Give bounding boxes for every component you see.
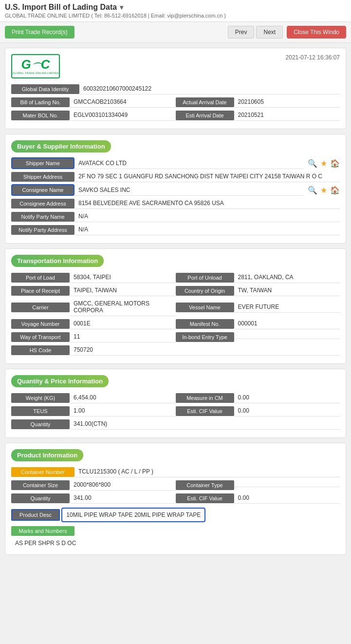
hscode-value: 750720	[70, 344, 340, 356]
shipper-address-value: 2F NO 79 SEC 1 GUANGFU RD SANCHONG DIST …	[74, 171, 340, 182]
notify-address-row: Notify Party Address N/A	[11, 224, 340, 235]
top-bar: U.S. Import Bill of Lading Data ▾ GLOBAL…	[0, 0, 351, 22]
consignee-address-value: 8154 BELVEDERE AVE SACRAMENTO CA 95826 U…	[74, 198, 340, 209]
print-button[interactable]: Print Trade Record(s)	[5, 26, 74, 38]
quantity-price-card: Quantity & Price Information Weight (KG)…	[5, 369, 346, 438]
weight-label: Weight (KG)	[11, 393, 70, 403]
container-number-label: Container Number	[11, 467, 74, 477]
product-qty-label: Quantity	[11, 493, 70, 503]
product-qty-cif-row: Quantity 341.00 Esti. CIF Value 0.00	[11, 492, 340, 504]
marks-numbers-section: Marks and Numbers AS PER SHPR S D OC	[11, 526, 340, 549]
measure-label: Measure in CM	[176, 393, 234, 403]
esti-value: 20210521	[234, 110, 340, 121]
quantity-price-title: Quantity & Price Information	[11, 375, 109, 387]
container-size-type-row: Container Size 2000*806*800 Container Ty…	[11, 479, 340, 491]
buyer-supplier-card: Buyer & Supplier Information Shipper Nam…	[5, 134, 346, 244]
teus-label: TEUS	[11, 406, 70, 416]
notify-name-row: Notify Party Name N/A	[11, 211, 340, 222]
voyage-label: Voyage Number	[11, 319, 70, 329]
inbond-value	[234, 335, 340, 339]
coo-label: Country of Origin	[176, 286, 234, 296]
teus-cif-row: TEUS 1.00 Esti. CIF Value 0.00	[11, 405, 340, 417]
notify-address-label: Notify Party Address	[11, 225, 74, 235]
datetime: 2021-07-12 16:36:07	[286, 54, 340, 61]
mbol-row: Mater BOL No. EGLV003101334049 Esti Arri…	[11, 110, 340, 121]
pou-label: Port of Unload	[176, 273, 234, 283]
por-value: TAIPEI, TAIWAN	[70, 285, 176, 296]
shipper-search-icon[interactable]: 🔍	[308, 159, 317, 168]
way-inbond-row: Way of Transport 11 In-bond Entry Type	[11, 331, 340, 342]
carrier-label: Carrier	[11, 303, 70, 312]
logo-text: G⌒C	[21, 58, 50, 71]
way-label: Way of Transport	[11, 332, 70, 342]
esti-cif-label: Esti. CIF Value	[176, 406, 234, 416]
product-desc-section: Product Desc 10MIL PIPE WRAP TAPE 20MIL …	[11, 506, 340, 524]
container-size-value: 2000*806*800	[70, 479, 176, 491]
identity-label: Global Data Identity	[11, 84, 79, 94]
arrival-label: Actual Arrival Date	[176, 97, 234, 107]
manifest-label: Manifest No.	[176, 319, 234, 329]
voyage-manifest-row: Voyage Number 0001E Manifest No. 000001	[11, 318, 340, 329]
container-type-value	[234, 483, 340, 487]
product-title: Product Information	[11, 449, 83, 461]
next-button[interactable]: Next	[256, 26, 283, 38]
shipper-star-icon[interactable]: ★	[320, 159, 327, 168]
esti-cif-value: 0.00	[234, 405, 340, 417]
product-desc-label: Product Desc	[11, 509, 60, 521]
carrier-value: GMCC, GENERAL MOTORS CORPORA	[70, 298, 176, 316]
consignee-home-icon[interactable]: 🏠	[330, 186, 340, 195]
quantity-row: Quantity 341.00(CTN)	[11, 418, 340, 430]
hscode-row: HS Code 750720	[11, 344, 340, 356]
shipper-name-value: AVATACK CO LTD	[74, 158, 304, 169]
way-value: 11	[70, 331, 176, 342]
vessel-label: Vessel Name	[176, 303, 234, 312]
pol-label: Port of Load	[11, 273, 70, 283]
prev-button[interactable]: Prev	[228, 26, 255, 38]
product-desc-value: 10MIL PIPE WRAP TAPE 20MIL PIPE WRAP TAP…	[61, 508, 205, 522]
shipper-name-row: Shipper Name AVATACK CO LTD 🔍 ★ 🏠	[11, 157, 340, 169]
teus-value: 1.00	[70, 405, 176, 417]
receipt-origin-row: Place of Receipt TAIPEI, TAIWAN Country …	[11, 285, 340, 296]
arrival-value: 20210605	[234, 96, 340, 108]
notify-name-label: Notify Party Name	[11, 212, 74, 222]
shipper-address-row: Shipper Address 2F NO 79 SEC 1 GUANGFU R…	[11, 171, 340, 182]
hscode-label: HS Code	[11, 345, 70, 355]
bol-row: Bill of Lading No. GMCCAOB2103664 Actual…	[11, 96, 340, 108]
close-button[interactable]: Close This Windo	[287, 26, 346, 38]
shipper-address-label: Shipper Address	[11, 172, 74, 182]
consignee-star-icon[interactable]: ★	[320, 186, 327, 195]
esti-label: Esti Arrival Date	[176, 111, 234, 120]
mbol-value: EGLV003101334049	[70, 110, 176, 121]
manifest-value: 000001	[234, 318, 340, 329]
shipper-home-icon[interactable]: 🏠	[330, 159, 340, 168]
transportation-card: Transportation Information Port of Load …	[5, 248, 346, 364]
container-number-value: TCLU1215300 ( AC / L / PP )	[74, 466, 340, 477]
product-cif-label: Esti. CIF Value	[176, 493, 234, 503]
bol-label: Bill of Lading No.	[11, 97, 70, 107]
page-title: U.S. Import Bill of Lading Data ▾	[5, 3, 346, 12]
container-type-label: Container Type	[176, 480, 234, 490]
company-info: GLOBAL TRADE ONLINE LIMITED ( Tel: 86-51…	[5, 13, 346, 19]
identity-row: Global Data Identity 6003202106070002451…	[11, 83, 340, 95]
bol-value: GMCCAOB2103664	[70, 96, 176, 108]
marks-numbers-label: Marks and Numbers	[11, 526, 74, 536]
product-cif-value: 0.00	[234, 492, 340, 504]
pol-value: 58304, TAIPEI	[70, 272, 176, 283]
consignee-search-icon[interactable]: 🔍	[308, 186, 317, 195]
logo-area: G⌒C GLOBAL TRADE ONLINE LIMITED	[11, 54, 60, 78]
notify-address-value: N/A	[74, 224, 340, 235]
coo-value: TW, TAIWAN	[234, 285, 340, 296]
title-arrow[interactable]: ▾	[120, 3, 123, 11]
quantity-value: 341.00(CTN)	[70, 418, 340, 430]
measure-value: 0.00	[234, 392, 340, 403]
quantity-label: Quantity	[11, 419, 70, 429]
shipper-name-label: Shipper Name	[11, 157, 74, 169]
pou-value: 2811, OAKLAND, CA	[234, 272, 340, 283]
consignee-name-row: Consignee Name SAVKO SALES INC 🔍 ★ 🏠	[11, 184, 340, 196]
consignee-name-label: Consignee Name	[11, 184, 74, 196]
header-card: G⌒C GLOBAL TRADE ONLINE LIMITED 2021-07-…	[5, 48, 346, 129]
container-size-label: Container Size	[11, 480, 70, 490]
marks-numbers-value: AS PER SHPR S D OC	[11, 538, 340, 549]
container-number-row: Container Number TCLU1215300 ( AC / L / …	[11, 466, 340, 477]
consignee-name-value: SAVKO SALES INC	[74, 185, 304, 196]
